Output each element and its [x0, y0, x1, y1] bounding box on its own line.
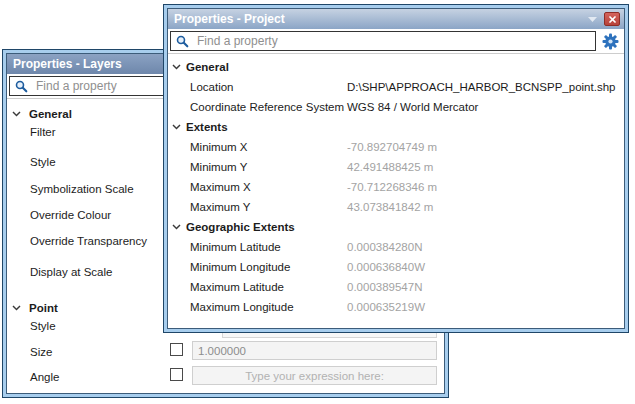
- property-row-maximum-x[interactable]: Maximum X -70.712268346 m: [168, 177, 624, 197]
- property-row-maximum-y[interactable]: Maximum Y 43.073841842 m: [168, 197, 624, 217]
- project-search-placeholder: Find a property: [197, 34, 278, 48]
- layers-panel-title: Properties - Layers: [13, 57, 122, 71]
- section-collapse-icon[interactable]: [12, 111, 29, 117]
- angle-expression-field[interactable]: Type your expression here:: [192, 366, 437, 385]
- property-value: 0.000389547N: [347, 281, 422, 293]
- section-collapse-icon[interactable]: [172, 124, 186, 130]
- section-label: Geographic Extents: [186, 221, 295, 233]
- section-collapse-icon[interactable]: [172, 224, 186, 230]
- project-property-grid: General Location D:\SHP\APPROACH_HARBOR_…: [168, 54, 624, 328]
- search-icon: [15, 80, 28, 93]
- property-label: Maximum Latitude: [190, 281, 347, 293]
- section-label: General: [186, 61, 229, 73]
- property-value: -70.712268346 m: [347, 181, 437, 193]
- section-label: General: [29, 108, 72, 120]
- property-row-minimum-x[interactable]: Minimum X -70.892704749 m: [168, 137, 624, 157]
- close-button[interactable]: [604, 12, 620, 26]
- property-row-maximum-latitude[interactable]: Maximum Latitude 0.000389547N: [168, 277, 624, 297]
- item-label: Style: [30, 156, 56, 168]
- property-row-minimum-latitude[interactable]: Minimum Latitude 0.000384280N: [168, 237, 624, 257]
- property-row-maximum-longitude[interactable]: Maximum Longitude 0.000635219W: [168, 297, 624, 317]
- property-value: 42.491488425 m: [347, 161, 433, 173]
- property-label: Minimum Longitude: [190, 261, 347, 273]
- project-panel-title: Properties - Project: [174, 12, 285, 26]
- property-value: 43.073841842 m: [347, 201, 433, 213]
- project-panel-titlebar[interactable]: Properties - Project: [168, 9, 624, 29]
- property-value: -70.892704749 m: [347, 141, 437, 153]
- item-label: Angle: [30, 371, 59, 383]
- window-menu-button[interactable]: [588, 17, 597, 22]
- project-properties-panel: Properties - Project Find: [163, 4, 629, 333]
- settings-gear-icon: [602, 33, 619, 50]
- property-row-location[interactable]: Location D:\SHP\APPROACH_HARBOR_BCNSPP_p…: [168, 77, 624, 97]
- property-label: Maximum Longitude: [190, 301, 347, 313]
- item-label: Symbolization Scale: [30, 183, 134, 195]
- project-search-row: Find a property: [168, 29, 624, 53]
- property-value: 0.000384280N: [347, 241, 422, 253]
- item-label: Override Transparency: [30, 235, 147, 247]
- property-label: Minimum X: [190, 141, 347, 153]
- size-checkbox[interactable]: [170, 343, 183, 356]
- property-label: Minimum Latitude: [190, 241, 347, 253]
- angle-checkbox[interactable]: [170, 368, 183, 381]
- project-section-geographic-extents[interactable]: Geographic Extents: [168, 217, 624, 237]
- property-value: D:\SHP\APPROACH_HARBOR_BCNSPP_point.shp: [347, 81, 615, 93]
- item-label: Filter: [30, 126, 56, 138]
- property-row-coordinate-reference-system[interactable]: Coordinate Reference System WGS 84 / Wor…: [168, 97, 624, 117]
- property-label: Maximum X: [190, 181, 347, 193]
- property-value: 0.000635219W: [347, 301, 425, 313]
- close-icon: [609, 16, 616, 23]
- project-search-input[interactable]: Find a property: [170, 31, 596, 51]
- project-section-extents[interactable]: Extents: [168, 117, 624, 137]
- item-label: Display at Scale: [30, 266, 112, 278]
- item-label: Size: [30, 346, 52, 358]
- section-label: Extents: [186, 121, 228, 133]
- property-label: Location: [190, 81, 347, 93]
- property-row-minimum-longitude[interactable]: Minimum Longitude 0.000636840W: [168, 257, 624, 277]
- chevron-down-icon: [588, 17, 597, 22]
- titlebar-buttons: [588, 12, 620, 26]
- project-settings-button[interactable]: [598, 33, 622, 50]
- project-section-general[interactable]: General: [168, 57, 624, 77]
- property-row-minimum-y[interactable]: Minimum Y 42.491488425 m: [168, 157, 624, 177]
- item-label: Override Colour: [30, 209, 111, 221]
- search-icon: [176, 35, 189, 48]
- property-label: Coordinate Reference System: [190, 101, 347, 113]
- property-label: Maximum Y: [190, 201, 347, 213]
- property-value: 0.000636840W: [347, 261, 425, 273]
- project-panel-body: Properties - Project Find: [167, 8, 625, 329]
- section-collapse-icon[interactable]: [12, 305, 29, 311]
- layers-search-placeholder: Find a property: [36, 79, 117, 93]
- property-label: Minimum Y: [190, 161, 347, 173]
- size-value-field[interactable]: 1.000000: [192, 341, 437, 360]
- section-label: Point: [29, 302, 58, 314]
- section-collapse-icon[interactable]: [172, 64, 186, 70]
- property-value: WGS 84 / World Mercator: [347, 101, 478, 113]
- item-label: Style: [30, 320, 56, 332]
